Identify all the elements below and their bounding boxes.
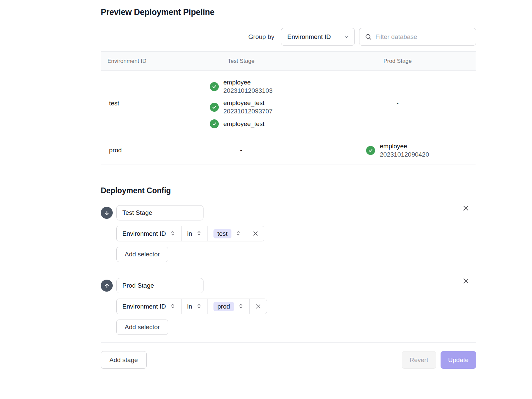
database-version: 20231012093707 xyxy=(223,107,273,115)
chevron-up-down-icon xyxy=(170,230,176,237)
arrow-down-circle-icon xyxy=(101,207,113,219)
remove-selector-icon[interactable] xyxy=(247,226,264,241)
footer-actions: Add stage Revert Update xyxy=(101,351,476,369)
selector-value-dropdown[interactable]: prod xyxy=(207,299,249,314)
add-selector-button[interactable]: Add selector xyxy=(116,320,168,335)
deployment-config-title: Deployment Config xyxy=(101,186,476,195)
stage-name-input[interactable] xyxy=(116,278,203,293)
group-by-select[interactable]: Environment ID xyxy=(281,28,355,46)
page-title: Preview Deployment Pipeline xyxy=(101,7,476,17)
database-name: employee_test xyxy=(223,120,265,128)
test-stage-database-list: employee 20231012083103 employee_test 20… xyxy=(210,78,273,128)
chevron-up-down-icon xyxy=(238,303,244,310)
database-task: employee 20231012083103 xyxy=(210,78,273,95)
selector-value-pill: test xyxy=(213,229,232,238)
remove-stage-icon[interactable] xyxy=(462,204,469,212)
selector-operator-dropdown[interactable]: in xyxy=(181,226,207,241)
chevron-down-icon xyxy=(343,34,350,40)
selector-key-dropdown[interactable]: Environment ID xyxy=(117,299,181,314)
chevron-up-down-icon xyxy=(196,230,202,237)
selector-key-dropdown[interactable]: Environment ID xyxy=(117,226,181,241)
main-content: Preview Deployment Pipeline Group by Env… xyxy=(101,0,476,388)
selector-value-pill: prod xyxy=(213,302,234,311)
pipeline-toolbar: Group by Environment ID xyxy=(101,28,476,46)
selector-key-value: Environment ID xyxy=(122,303,166,310)
database-name: employee xyxy=(380,142,429,150)
table-row-test: test employee 20231012083103 xyxy=(101,71,476,136)
stage-name-input[interactable] xyxy=(116,205,203,220)
column-header-prod-stage: Prod Stage xyxy=(320,58,476,65)
prod-stage-database-list: employee 20231012090420 xyxy=(366,142,429,159)
check-circle-icon xyxy=(366,146,375,155)
chevron-up-down-icon xyxy=(235,230,241,237)
selector-operator-value: in xyxy=(187,230,192,237)
arrow-up-circle-icon xyxy=(101,280,113,292)
filter-database-box xyxy=(359,28,476,46)
database-name: employee xyxy=(223,78,273,86)
bottom-divider xyxy=(101,388,476,388)
selector-operator-dropdown[interactable]: in xyxy=(181,299,207,314)
selector-key-value: Environment ID xyxy=(122,230,166,237)
selector-value-dropdown[interactable]: test xyxy=(207,226,247,241)
pipeline-table: Environment ID Test Stage Prod Stage tes… xyxy=(101,51,476,165)
selector-operator-value: in xyxy=(187,303,192,310)
search-icon xyxy=(365,33,372,40)
test-stage-empty: - xyxy=(163,147,320,154)
environment-name: prod xyxy=(101,147,163,154)
environment-name: test xyxy=(101,100,163,107)
database-version: 20231012083103 xyxy=(223,86,273,95)
check-circle-icon xyxy=(210,103,219,112)
remove-stage-icon[interactable] xyxy=(462,277,469,285)
remove-selector-icon[interactable] xyxy=(249,299,267,314)
stage-config-prod: Environment ID in prod Add sel xyxy=(101,270,476,335)
add-selector-button[interactable]: Add selector xyxy=(116,247,168,262)
update-button[interactable]: Update xyxy=(441,351,476,369)
label-selector: Environment ID in prod xyxy=(116,299,267,314)
check-circle-icon xyxy=(210,82,219,91)
add-stage-button[interactable]: Add stage xyxy=(101,351,147,369)
group-by-label: Group by xyxy=(248,33,274,41)
database-name: employee_test xyxy=(223,99,273,107)
prod-stage-empty: - xyxy=(320,100,476,107)
table-row-prod: prod - employee 20231012090420 xyxy=(101,136,476,165)
stage-config-test: Environment ID in test Add sel xyxy=(101,195,476,262)
section-divider xyxy=(101,342,476,343)
filter-database-input[interactable] xyxy=(375,33,470,41)
database-task: employee_test xyxy=(210,119,273,128)
group-by-selected-value: Environment ID xyxy=(287,33,331,41)
revert-button[interactable]: Revert xyxy=(402,351,436,369)
table-header: Environment ID Test Stage Prod Stage xyxy=(101,52,476,71)
database-task: employee_test 20231012093707 xyxy=(210,99,273,115)
database-version: 20231012090420 xyxy=(380,150,429,159)
column-header-test-stage: Test Stage xyxy=(163,58,320,65)
column-header-environment-id: Environment ID xyxy=(101,58,163,65)
chevron-up-down-icon xyxy=(170,303,176,310)
check-circle-icon xyxy=(210,119,219,128)
chevron-up-down-icon xyxy=(196,303,202,310)
label-selector: Environment ID in test xyxy=(116,226,264,241)
database-task: employee 20231012090420 xyxy=(366,142,429,159)
